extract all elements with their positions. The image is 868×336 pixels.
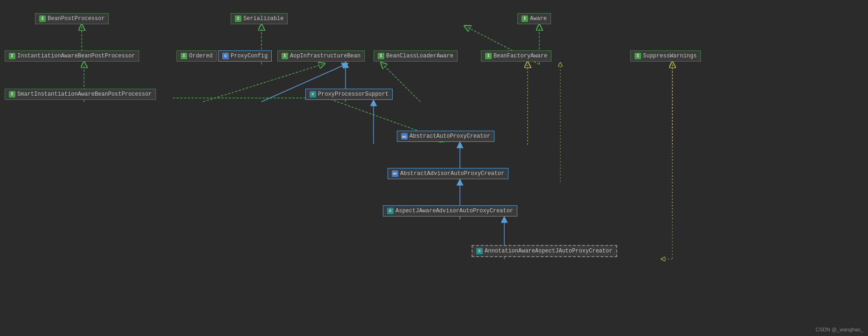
icon-ProxyConfig: c: [222, 53, 229, 59]
svg-line-13: [203, 64, 322, 102]
node-BeanClassLoaderAware[interactable]: I BeanClassLoaderAware: [374, 50, 458, 62]
label-Ordered: Ordered: [189, 53, 212, 59]
icon-Aware: I: [522, 15, 528, 22]
icon-ProxyProcessorSupport: c: [310, 91, 316, 98]
label-BeanPostProcessor: BeanPostProcessor: [48, 15, 105, 22]
node-SuppressWarnings[interactable]: I SuppressWarnings: [630, 50, 701, 62]
icon-BeanClassLoaderAware: I: [378, 53, 384, 59]
label-AnnotationAwareAspectJAutoProxyCreator: AnnotationAwareAspectJAutoProxyCreator: [485, 248, 613, 254]
label-AopInfrastructureBean: AopInfrastructureBean: [290, 53, 360, 59]
node-Serializable[interactable]: I Serializable: [231, 13, 288, 24]
icon-AopInfrastructureBean: I: [282, 53, 288, 59]
icon-SIABPP: I: [9, 91, 15, 98]
label-Serializable: Serializable: [243, 15, 283, 22]
label-AbstractAutoProxyCreator: AbstractAutoProxyCreator: [409, 133, 490, 140]
node-InstantiationAwareBeanPostProcessor[interactable]: I InstantiationAwareBeanPostProcessor: [5, 50, 139, 62]
label-AspectJAwareAdvisorAutoProxyCreator: AspectJAwareAdvisorAutoProxyCreator: [395, 208, 513, 214]
node-Aware[interactable]: I Aware: [517, 13, 551, 24]
node-AbstractAdvisorAutoProxyCreator[interactable]: ac AbstractAdvisorAutoProxyCreator: [388, 168, 508, 179]
label-ProxyProcessorSupport: ProxyProcessorSupport: [318, 91, 388, 98]
icon-BeanPostProcessor: I: [39, 15, 46, 22]
label-IABPP: InstantiationAwareBeanPostProcessor: [17, 53, 135, 59]
node-BeanPostProcessor[interactable]: I BeanPostProcessor: [35, 13, 109, 24]
label-AbstractAdvisorAutoProxyCreator: AbstractAdvisorAutoProxyCreator: [400, 170, 504, 177]
node-Ordered[interactable]: I Ordered: [176, 50, 217, 62]
diagram-container: I BeanPostProcessor I Serializable I Awa…: [0, 0, 868, 336]
label-Aware: Aware: [530, 15, 547, 22]
icon-Ordered: I: [181, 53, 187, 59]
node-AnnotationAwareAspectJAutoProxyCreator[interactable]: c AnnotationAwareAspectJAutoProxyCreator: [472, 245, 617, 257]
label-SIABPP: SmartInstantiationAwareBeanPostProcessor: [17, 91, 152, 98]
icon-IABPP: I: [9, 53, 15, 59]
icon-Serializable: I: [235, 15, 241, 22]
watermark: CSDN @_wanghao_: [816, 327, 863, 332]
node-BeanFactoryAware[interactable]: I BeanFactoryAware: [481, 50, 551, 62]
label-ProxyConfig: ProxyConfig: [231, 53, 268, 59]
icon-AbstractAutoProxyCreator: ac: [401, 133, 408, 140]
node-ProxyConfig[interactable]: c ProxyConfig: [218, 50, 272, 62]
label-BeanClassLoaderAware: BeanClassLoaderAware: [386, 53, 453, 59]
icon-AnnotationAwareAspectJAutoProxyCreator: c: [476, 248, 483, 254]
label-BeanFactoryAware: BeanFactoryAware: [494, 53, 547, 59]
node-AopInfrastructureBean[interactable]: I AopInfrastructureBean: [277, 50, 365, 62]
node-AspectJAwareAdvisorAutoProxyCreator[interactable]: c AspectJAwareAdvisorAutoProxyCreator: [383, 205, 517, 217]
node-AbstractAutoProxyCreator[interactable]: ac AbstractAutoProxyCreator: [397, 131, 494, 142]
icon-AbstractAdvisorAutoProxyCreator: ac: [392, 170, 398, 177]
icon-BeanFactoryAware: I: [485, 53, 492, 59]
node-SmartInstantiationAwareBeanPostProcessor[interactable]: I SmartInstantiationAwareBeanPostProcess…: [5, 89, 156, 100]
label-SuppressWarnings: SuppressWarnings: [643, 53, 697, 59]
node-ProxyProcessorSupport[interactable]: c ProxyProcessorSupport: [305, 89, 393, 100]
icon-AspectJAwareAdvisorAutoProxyCreator: c: [387, 208, 394, 214]
icon-SuppressWarnings: I: [635, 53, 641, 59]
